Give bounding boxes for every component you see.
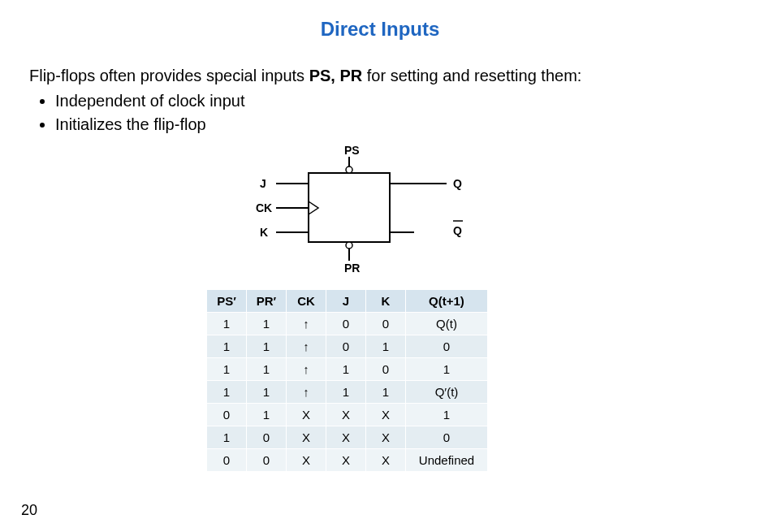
- table-cell: 1: [247, 335, 287, 358]
- svg-point-3: [346, 242, 352, 249]
- table-header-row: PS′ PR′ CK J K Q(t+1): [207, 290, 488, 313]
- table-cell: 0: [406, 335, 488, 358]
- table-cell: 0: [326, 313, 366, 335]
- table-cell: 1: [207, 381, 247, 404]
- table-cell: 0: [326, 335, 366, 358]
- lead-sentence: Flip-flops often provides special inputs…: [29, 65, 736, 87]
- table-cell: X: [366, 404, 406, 426]
- table-cell: 1: [247, 313, 287, 335]
- table-row: 11↑010: [207, 335, 488, 358]
- table-cell: Q(t): [406, 313, 488, 335]
- table-cell: 0: [366, 358, 406, 381]
- table-row: 10XXX0: [207, 426, 488, 449]
- table-cell: X: [366, 426, 406, 449]
- table-cell: 1: [207, 335, 247, 358]
- page-number: 20: [21, 502, 37, 519]
- table-header: PS′: [207, 290, 247, 313]
- table-cell: X: [326, 426, 366, 449]
- table-header: Q(t+1): [406, 290, 488, 313]
- lead-text-post: for setting and resetting them:: [362, 67, 581, 84]
- table-row: 11↑101: [207, 358, 488, 381]
- body-text-block: Flip-flops often provides special inputs…: [29, 65, 736, 137]
- table-cell: 1: [207, 426, 247, 449]
- table-cell: 1: [247, 404, 287, 426]
- table-row: 00XXXUndefined: [207, 449, 488, 472]
- table-header: CK: [287, 290, 326, 313]
- table-cell: 1: [326, 381, 366, 404]
- table-cell: ↑: [287, 358, 326, 381]
- bullet-item: Initializes the flip-flop: [55, 114, 736, 136]
- label-q: Q: [453, 177, 462, 190]
- table-cell: X: [287, 426, 326, 449]
- table-cell: 1: [247, 358, 287, 381]
- table-header: J: [326, 290, 366, 313]
- table-header: K: [366, 290, 406, 313]
- table-cell: Undefined: [406, 449, 488, 472]
- table-cell: X: [326, 404, 366, 426]
- lead-text-strong: PS, PR: [309, 67, 363, 84]
- table-cell: 0: [207, 449, 247, 472]
- flip-flop-diagram: PS PR J CK K Q Q: [244, 145, 487, 275]
- table-cell: X: [366, 449, 406, 472]
- bullet-list: Independent of clock input Initializes t…: [55, 90, 736, 136]
- table-cell: X: [326, 449, 366, 472]
- table-cell: 0: [366, 313, 406, 335]
- table-cell: 0: [247, 426, 287, 449]
- table-cell: 1: [326, 358, 366, 381]
- label-ck: CK: [256, 201, 272, 214]
- bullet-item: Independent of clock input: [55, 90, 736, 112]
- table-cell: 1: [406, 358, 488, 381]
- table-cell: 1: [406, 404, 488, 426]
- lead-text-pre: Flip-flops often provides special inputs: [29, 67, 309, 84]
- label-k: K: [260, 226, 268, 239]
- table-cell: ↑: [287, 335, 326, 358]
- table-cell: ↑: [287, 313, 326, 335]
- table-cell: Q′(t): [406, 381, 488, 404]
- table-cell: 1: [366, 381, 406, 404]
- table-cell: 1: [207, 358, 247, 381]
- table-cell: 1: [247, 381, 287, 404]
- table-cell: ↑: [287, 381, 326, 404]
- table-header: PR′: [247, 290, 287, 313]
- table-row: 11↑00Q(t): [207, 313, 488, 335]
- slide-title: Direct Inputs: [0, 0, 760, 41]
- table-cell: X: [287, 449, 326, 472]
- svg-point-1: [346, 167, 352, 173]
- svg-rect-0: [309, 173, 390, 242]
- table-row: 01XXX1: [207, 404, 488, 426]
- table-row: 11↑11Q′(t): [207, 381, 488, 404]
- truth-table: PS′ PR′ CK J K Q(t+1) 11↑00Q(t)11↑01011↑…: [206, 289, 488, 472]
- table-cell: 0: [247, 449, 287, 472]
- table-cell: X: [287, 404, 326, 426]
- table-cell: 1: [366, 335, 406, 358]
- label-pr: PR: [344, 262, 360, 275]
- table-cell: 0: [406, 426, 488, 449]
- table-cell: 1: [207, 313, 247, 335]
- table-cell: 0: [207, 404, 247, 426]
- label-ps: PS: [344, 145, 360, 157]
- label-j: J: [260, 177, 266, 190]
- label-qbar: Q: [453, 224, 462, 237]
